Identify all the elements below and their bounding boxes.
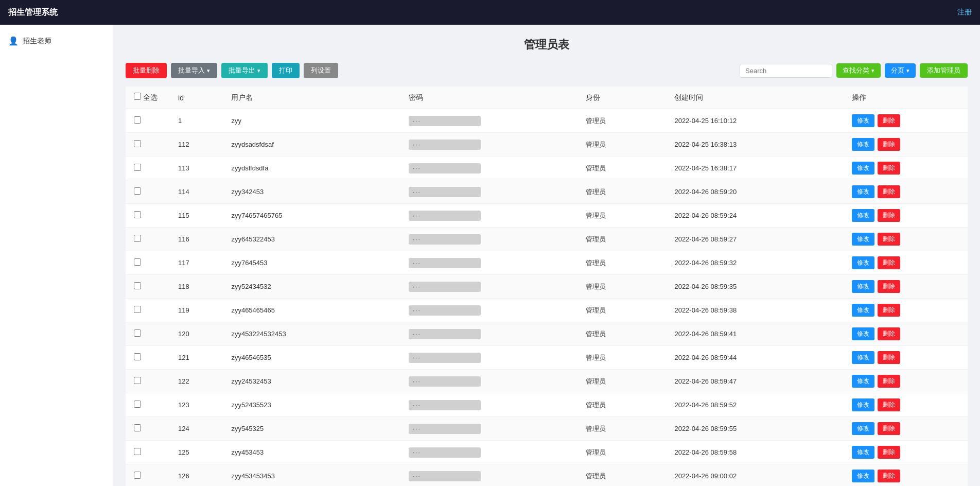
filter-button[interactable]: 查找分类 xyxy=(836,63,881,78)
col-header-created: 创建时间 xyxy=(666,86,843,109)
edit-button[interactable]: 修改 xyxy=(852,398,874,411)
edit-button[interactable]: 修改 xyxy=(852,233,874,246)
edit-button[interactable]: 修改 xyxy=(852,162,874,175)
select-all-checkbox[interactable] xyxy=(134,93,141,100)
edit-button[interactable]: 修改 xyxy=(852,185,874,198)
row-actions: 修改 删除 xyxy=(844,204,968,228)
delete-button[interactable]: 删除 xyxy=(878,398,900,411)
row-password-cell: ··· xyxy=(400,370,577,393)
edit-button[interactable]: 修改 xyxy=(852,138,874,151)
row-username: zyydsadsfdsaf xyxy=(223,133,400,157)
row-id: 115 xyxy=(170,204,223,228)
row-actions: 修改 删除 xyxy=(844,275,968,299)
delete-button[interactable]: 删除 xyxy=(878,351,900,364)
page-button[interactable]: 分页 xyxy=(885,63,916,78)
row-checkbox[interactable] xyxy=(134,235,141,242)
row-role: 管理员 xyxy=(577,393,666,417)
print-button[interactable]: 打印 xyxy=(272,63,300,78)
edit-button[interactable]: 修改 xyxy=(852,470,874,482)
row-actions: 修改 删除 xyxy=(844,441,968,464)
row-checkbox[interactable] xyxy=(134,258,141,266)
table-row: 124 zyy545325 ··· 管理员 2022-04-26 08:59:5… xyxy=(126,417,968,441)
edit-button[interactable]: 修改 xyxy=(852,375,874,388)
row-checkbox[interactable] xyxy=(134,329,141,337)
row-checkbox[interactable] xyxy=(134,353,141,360)
row-created: 2022-04-26 08:59:38 xyxy=(666,299,843,322)
batch-import-button[interactable]: 批量导入 xyxy=(171,63,217,78)
search-input[interactable] xyxy=(740,64,832,78)
sidebar-item-teacher[interactable]: 👤 招生老师 xyxy=(0,31,113,51)
row-password-cell: ··· xyxy=(400,204,577,228)
column-settings-button[interactable]: 列设置 xyxy=(304,63,338,78)
row-actions: 修改 删除 xyxy=(844,370,968,393)
table-row: 113 zyydsffdsdfa ··· 管理员 2022-04-25 16:3… xyxy=(126,157,968,180)
row-select-cell xyxy=(126,109,170,133)
edit-button[interactable]: 修改 xyxy=(852,256,874,269)
row-role: 管理员 xyxy=(577,180,666,204)
delete-button[interactable]: 删除 xyxy=(878,233,900,246)
delete-button[interactable]: 删除 xyxy=(878,304,900,317)
row-checkbox[interactable] xyxy=(134,448,141,455)
row-select-cell xyxy=(126,204,170,228)
row-checkbox[interactable] xyxy=(134,140,141,147)
row-id: 119 xyxy=(170,299,223,322)
edit-button[interactable]: 修改 xyxy=(852,209,874,222)
edit-button[interactable]: 修改 xyxy=(852,422,874,435)
delete-button[interactable]: 删除 xyxy=(878,185,900,198)
edit-button[interactable]: 修改 xyxy=(852,114,874,127)
delete-button[interactable]: 删除 xyxy=(878,327,900,340)
page-title: 管理员表 xyxy=(126,37,968,53)
row-id: 1 xyxy=(170,109,223,133)
row-password-cell: ··· xyxy=(400,180,577,204)
table-row: 118 zyy52434532 ··· 管理员 2022-04-26 08:59… xyxy=(126,275,968,299)
row-role: 管理员 xyxy=(577,109,666,133)
row-checkbox[interactable] xyxy=(134,401,141,408)
row-created: 2022-04-26 08:59:27 xyxy=(666,228,843,251)
row-checkbox[interactable] xyxy=(134,472,141,479)
row-username: zyy342453 xyxy=(223,180,400,204)
row-checkbox[interactable] xyxy=(134,282,141,289)
delete-button[interactable]: 删除 xyxy=(878,375,900,388)
delete-button[interactable]: 删除 xyxy=(878,422,900,435)
delete-button[interactable]: 删除 xyxy=(878,138,900,151)
login-link[interactable]: 注册 xyxy=(957,8,972,17)
row-username: zyy545325 xyxy=(223,417,400,441)
row-checkbox[interactable] xyxy=(134,187,141,195)
row-checkbox[interactable] xyxy=(134,424,141,431)
row-checkbox[interactable] xyxy=(134,211,141,218)
edit-button[interactable]: 修改 xyxy=(852,280,874,293)
delete-button[interactable]: 删除 xyxy=(878,280,900,293)
row-select-cell xyxy=(126,441,170,464)
batch-export-button[interactable]: 批量导出 xyxy=(221,63,268,78)
toolbar-right: 查找分类 分页 添加管理员 xyxy=(740,63,968,78)
row-checkbox[interactable] xyxy=(134,377,141,384)
delete-button[interactable]: 删除 xyxy=(878,470,900,482)
row-password-cell: ··· xyxy=(400,464,577,487)
table-row: 114 zyy342453 ··· 管理员 2022-04-26 08:59:2… xyxy=(126,180,968,204)
delete-button[interactable]: 删除 xyxy=(878,162,900,175)
row-checkbox[interactable] xyxy=(134,164,141,171)
top-nav: 招生管理系统 注册 xyxy=(0,0,980,25)
row-created: 2022-04-26 08:59:32 xyxy=(666,251,843,275)
password-field: ··· xyxy=(409,187,481,197)
row-checkbox[interactable] xyxy=(134,116,141,124)
edit-button[interactable]: 修改 xyxy=(852,446,874,459)
row-id: 126 xyxy=(170,464,223,487)
edit-button[interactable]: 修改 xyxy=(852,304,874,317)
row-id: 122 xyxy=(170,370,223,393)
col-header-select: 全选 xyxy=(126,86,170,109)
edit-button[interactable]: 修改 xyxy=(852,327,874,340)
add-admin-button[interactable]: 添加管理员 xyxy=(920,63,968,78)
delete-button[interactable]: 删除 xyxy=(878,209,900,222)
batch-delete-button[interactable]: 批量删除 xyxy=(126,63,167,78)
edit-button[interactable]: 修改 xyxy=(852,351,874,364)
delete-button[interactable]: 删除 xyxy=(878,256,900,269)
password-field: ··· xyxy=(409,163,481,173)
delete-button[interactable]: 删除 xyxy=(878,114,900,127)
delete-button[interactable]: 删除 xyxy=(878,446,900,459)
row-actions: 修改 删除 xyxy=(844,464,968,487)
row-checkbox[interactable] xyxy=(134,306,141,313)
row-id: 114 xyxy=(170,180,223,204)
row-username: zyy645322453 xyxy=(223,228,400,251)
sidebar: 👤 招生老师 xyxy=(0,25,113,486)
